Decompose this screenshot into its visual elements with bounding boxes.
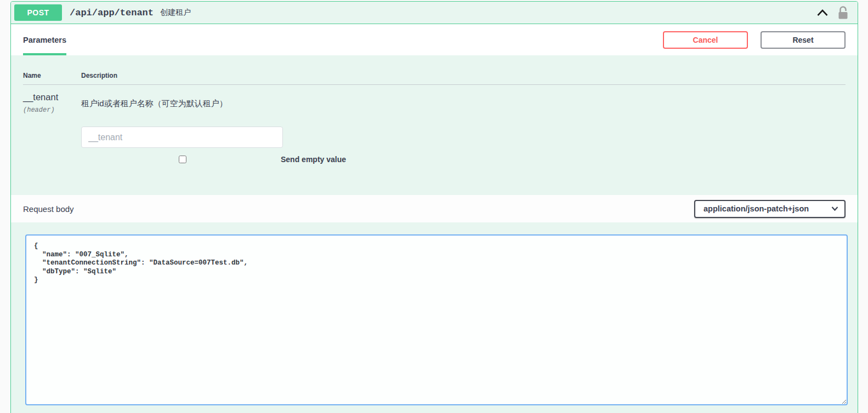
send-empty-value-checkbox[interactable] <box>179 156 186 163</box>
send-empty-value-label: Send empty value <box>281 155 346 164</box>
parameter-row: __tenant (header) 租户id或者租户名称（可空为默认租户） Se… <box>23 85 846 164</box>
column-header-name: Name <box>23 72 81 79</box>
parameter-description-cell: 租户id或者租户名称（可空为默认租户） Send empty value <box>81 92 846 164</box>
summary-icons <box>816 5 849 20</box>
request-body-label: Request body <box>23 204 74 214</box>
send-empty-value-row: Send empty value <box>81 155 846 164</box>
request-body-section: { "name": "007_Sqlite", "tenantConnectio… <box>11 222 858 413</box>
tab-parameters-label: Parameters <box>23 36 66 44</box>
request-body-header: Request body application/json-patch+json <box>11 195 858 222</box>
tab-bar: Parameters Cancel Reset <box>11 24 858 55</box>
tenant-header-input[interactable] <box>81 127 283 148</box>
parameter-description: 租户id或者租户名称（可空为默认租户） <box>81 99 846 109</box>
chevron-up-icon[interactable] <box>816 9 829 16</box>
content-type-select-wrap: application/json-patch+json <box>694 200 846 218</box>
tab-buttons: Cancel Reset <box>663 31 846 49</box>
endpoint-path: /api/app/tenant <box>70 8 154 18</box>
parameters-section: Name Description __tenant (header) 租户id或… <box>11 55 858 195</box>
content-type-select[interactable]: application/json-patch+json <box>694 200 846 218</box>
parameter-name: __tenant <box>23 92 81 102</box>
api-endpoint-panel: POST /api/app/tenant 创建租户 Parameters Can… <box>10 1 858 413</box>
reset-button[interactable]: Reset <box>761 31 846 49</box>
unlock-icon[interactable] <box>837 5 849 20</box>
parameters-table-header: Name Description <box>23 72 846 79</box>
http-method-badge: POST <box>14 4 62 21</box>
request-body-editor[interactable]: { "name": "007_Sqlite", "tenantConnectio… <box>25 234 848 405</box>
parameter-name-cell: __tenant (header) <box>23 92 81 164</box>
endpoint-summary[interactable]: POST /api/app/tenant 创建租户 <box>11 2 858 24</box>
column-header-description: Description <box>81 72 117 79</box>
endpoint-summary-text: 创建租户 <box>160 8 191 18</box>
tab-parameters[interactable]: Parameters <box>23 24 66 55</box>
cancel-button[interactable]: Cancel <box>663 31 748 49</box>
parameter-location: (header) <box>23 106 81 114</box>
